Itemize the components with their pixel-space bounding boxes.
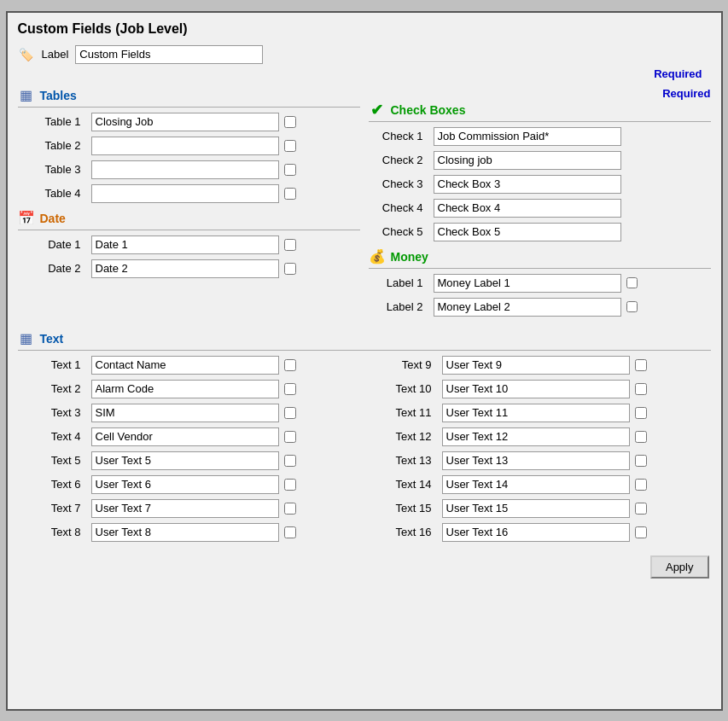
text8-input[interactable] [91, 523, 279, 542]
text-row: Text 8 [18, 523, 360, 542]
text2-input[interactable] [91, 380, 279, 398]
text12-label: Text 12 [386, 430, 437, 443]
text7-checkbox[interactable] [284, 503, 296, 515]
table4-checkbox[interactable] [284, 188, 296, 200]
check2-label: Check 2 [377, 154, 428, 166]
text-row: Text 12 [369, 427, 711, 446]
checkboxes-icon: ✔ [369, 102, 386, 119]
checkboxes-required-text: Required [662, 87, 710, 100]
text5-checkbox[interactable] [284, 455, 296, 467]
text1-checkbox[interactable] [284, 359, 296, 371]
label-input[interactable] [75, 45, 263, 64]
table2-checkbox[interactable] [284, 140, 296, 152]
table4-input[interactable] [91, 184, 279, 203]
date1-input[interactable] [91, 235, 279, 254]
text6-input[interactable] [91, 475, 279, 494]
table-row: Table 4 [18, 184, 360, 203]
text-right-fields: Text 9 Text 10 Text 11 Text 12 [369, 356, 711, 547]
text3-label: Text 3 [35, 406, 86, 419]
text6-checkbox[interactable] [284, 479, 296, 491]
apply-button[interactable]: Apply [650, 555, 709, 579]
check5-input[interactable] [434, 223, 621, 241]
tables-fields: Table 1 Table 2 Table 3 Table 4 [18, 113, 360, 203]
money-label1-input[interactable] [434, 274, 621, 293]
text-fields-container: Text 1 Text 2 Text 3 Text 4 [18, 356, 711, 547]
date2-checkbox[interactable] [284, 263, 296, 275]
check-row: Check 2 [369, 151, 711, 170]
text14-checkbox[interactable] [635, 479, 647, 491]
check1-input[interactable] [434, 127, 621, 146]
date1-checkbox[interactable] [284, 239, 296, 251]
check4-input[interactable] [434, 199, 621, 218]
text2-checkbox[interactable] [284, 383, 296, 395]
table1-label: Table 1 [35, 115, 86, 128]
text11-input[interactable] [442, 404, 630, 422]
checkboxes-section-header: ✔ Check Boxes [369, 102, 711, 122]
text16-checkbox[interactable] [635, 526, 647, 538]
text13-input[interactable] [442, 451, 630, 470]
money-section-title: Money [391, 250, 428, 264]
text-section-title: Text [40, 332, 64, 346]
text5-label: Text 5 [35, 454, 86, 467]
text10-input[interactable] [442, 380, 630, 398]
checkboxes-section-title: Check Boxes [391, 103, 466, 117]
check1-label: Check 1 [377, 130, 428, 142]
text14-input[interactable] [442, 475, 630, 494]
table2-input[interactable] [91, 137, 279, 155]
text3-checkbox[interactable] [284, 407, 296, 419]
text-row: Text 15 [369, 499, 711, 518]
text11-checkbox[interactable] [635, 407, 647, 419]
text7-label: Text 7 [35, 502, 86, 515]
check-row: Check 1 [369, 127, 711, 146]
text-icon: ▦ [18, 330, 35, 347]
text16-input[interactable] [442, 523, 630, 542]
text12-checkbox[interactable] [635, 431, 647, 443]
check2-input[interactable] [434, 151, 621, 170]
table3-checkbox[interactable] [284, 164, 296, 176]
text9-label: Text 9 [386, 358, 437, 371]
check4-label: Check 4 [377, 201, 428, 214]
date-fields: Date 1 Date 2 [18, 235, 360, 278]
text3-input[interactable] [91, 404, 279, 422]
text10-checkbox[interactable] [635, 383, 647, 395]
main-window: Custom Fields (Job Level) 🏷️ Label Requi… [6, 11, 723, 711]
text12-input[interactable] [442, 427, 630, 446]
money-section-header: 💰 Money [369, 248, 711, 269]
text15-label: Text 15 [386, 502, 437, 515]
text15-input[interactable] [442, 499, 630, 518]
date-row: Date 1 [18, 235, 360, 254]
text4-checkbox[interactable] [284, 431, 296, 443]
text5-input[interactable] [91, 451, 279, 470]
text10-label: Text 10 [386, 382, 437, 395]
money-label1-checkbox[interactable] [626, 277, 638, 288]
text-row: Text 5 [18, 451, 360, 470]
label-icon: 🏷️ [18, 46, 35, 63]
check3-label: Check 3 [377, 177, 428, 190]
text7-input[interactable] [91, 499, 279, 518]
text8-checkbox[interactable] [284, 526, 296, 538]
text1-input[interactable] [91, 356, 279, 375]
money-label2-checkbox[interactable] [626, 301, 638, 312]
text-row: Text 1 [18, 356, 360, 375]
date1-label: Date 1 [35, 238, 86, 251]
table1-input[interactable] [91, 113, 279, 131]
check3-input[interactable] [434, 175, 621, 194]
text15-checkbox[interactable] [635, 503, 647, 515]
text-row: Text 16 [369, 523, 711, 542]
money-label2-input[interactable] [434, 298, 621, 317]
tables-icon: ▦ [18, 87, 35, 104]
table3-label: Table 3 [35, 163, 86, 176]
table3-input[interactable] [91, 160, 279, 179]
text-row: Text 4 [18, 427, 360, 446]
table-row: Table 3 [18, 160, 360, 179]
text4-input[interactable] [91, 427, 279, 446]
money-row: Label 1 [369, 274, 711, 293]
text6-label: Text 6 [35, 478, 86, 491]
text9-input[interactable] [442, 356, 630, 375]
date-section-title: Date [40, 212, 66, 225]
table1-checkbox[interactable] [284, 116, 296, 128]
date2-input[interactable] [91, 259, 279, 278]
table2-label: Table 2 [35, 139, 86, 152]
text13-checkbox[interactable] [635, 455, 647, 467]
text9-checkbox[interactable] [635, 359, 647, 371]
